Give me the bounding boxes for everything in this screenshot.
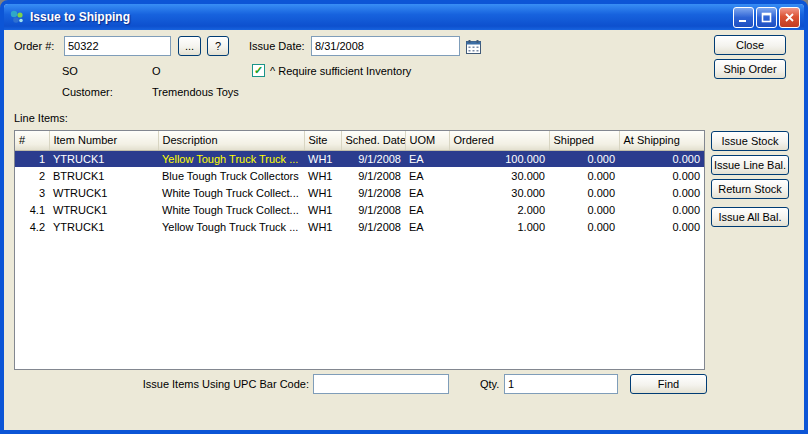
calendar-icon[interactable] [463,37,483,56]
table-row[interactable]: 4.2YTRUCK1Yellow Tough Truck Truck ...WH… [15,218,704,235]
column-header-ordered[interactable]: Ordered [449,131,549,150]
column-header-item[interactable]: Item Number [49,131,158,150]
require-inventory-checkbox[interactable]: ✓ [252,64,265,77]
cell-shipped: 0.000 [549,218,619,235]
order-type-label: SO [62,64,78,78]
cell-shipped: 0.000 [549,184,619,201]
cell-shipped: 0.000 [549,167,619,184]
cell-shipped: 0.000 [549,150,619,167]
cell-at_shipping: 0.000 [619,218,704,235]
issue-date-input[interactable] [311,36,460,56]
table-row[interactable]: 2BTRUCK1Blue Tough Truck CollectorsWH19/… [15,167,704,184]
order-number-input[interactable] [64,36,171,56]
cell-site: WH1 [304,201,341,218]
cell-uom: EA [405,218,449,235]
cell-item: BTRUCK1 [49,167,158,184]
cell-site: WH1 [304,218,341,235]
cell-date: 9/1/2008 [341,218,405,235]
window-title: Issue to Shipping [30,10,731,24]
find-button[interactable]: Find [630,374,707,394]
cell-uom: EA [405,150,449,167]
cell-at_shipping: 0.000 [619,167,704,184]
minimize-button[interactable] [733,7,754,28]
cell-at_shipping: 0.000 [619,150,704,167]
cell-uom: EA [405,201,449,218]
cell-ordered: 30.000 [449,184,549,201]
ship-order-button[interactable]: Ship Order [714,59,786,79]
line-items-label: Line Items: [14,111,68,125]
check-icon: ✓ [254,65,263,76]
qty-label: Qty. [480,377,499,391]
return-stock-button[interactable]: Return Stock [711,179,789,199]
cell-desc: White Tough Truck Collect... [158,201,304,218]
maximize-button[interactable] [756,7,777,28]
cell-site: WH1 [304,150,341,167]
cell-num: 3 [15,184,49,201]
cell-ordered: 30.000 [449,167,549,184]
order-number-label: Order #: [14,39,54,53]
column-header-shipped[interactable]: Shipped [549,131,619,150]
cell-date: 9/1/2008 [341,184,405,201]
table-row[interactable]: 1YTRUCK1Yellow Tough Truck Truck ...WH19… [15,150,704,167]
cell-at_shipping: 0.000 [619,201,704,218]
column-header-uom[interactable]: UOM [405,131,449,150]
dialog-window: Issue to Shipping Order #: ... ? Issue D… [0,0,808,434]
column-header-site[interactable]: Site [304,131,341,150]
cell-site: WH1 [304,184,341,201]
line-items-body: 1YTRUCK1Yellow Tough Truck Truck ...WH19… [15,150,704,235]
cell-uom: EA [405,167,449,184]
titlebar[interactable]: Issue to Shipping [4,4,804,30]
issue-date-label: Issue Date: [249,39,305,53]
cell-item: WTRUCK1 [49,201,158,218]
cell-desc: White Tough Truck Collect... [158,184,304,201]
cell-uom: EA [405,184,449,201]
qty-input[interactable] [504,374,618,394]
customer-label: Customer: [62,85,113,99]
cell-item: YTRUCK1 [49,218,158,235]
table-header-row: # Item Number Description Site Sched. Da… [15,131,704,150]
upc-barcode-label: Issue Items Using UPC Bar Code: [139,377,309,391]
column-header-description[interactable]: Description [158,131,304,150]
column-header-at-shipping[interactable]: At Shipping [619,131,704,150]
help-button[interactable]: ? [207,36,229,56]
cell-num: 4.1 [15,201,49,218]
order-lookup-button[interactable]: ... [178,36,201,56]
cell-at_shipping: 0.000 [619,184,704,201]
customer-value: Tremendous Toys [152,85,239,99]
cell-ordered: 1.000 [449,218,549,235]
upc-barcode-input[interactable] [313,374,449,394]
issue-all-balance-button[interactable]: Issue All Bal. [711,207,789,227]
column-header-num[interactable]: # [15,131,49,150]
issue-line-balance-button[interactable]: Issue Line Bal. [711,155,789,175]
line-items-table[interactable]: # Item Number Description Site Sched. Da… [14,130,705,370]
cell-date: 9/1/2008 [341,167,405,184]
cell-item: YTRUCK1 [49,150,158,167]
cell-desc: Yellow Tough Truck Truck ... [158,218,304,235]
require-inventory-label: ^ Require sufficient Inventory [270,64,411,78]
cell-desc: Yellow Tough Truck Truck ... [158,150,304,167]
column-header-sched-date[interactable]: Sched. Date [341,131,405,150]
cell-date: 9/1/2008 [341,150,405,167]
cell-shipped: 0.000 [549,201,619,218]
close-button[interactable]: Close [714,35,786,55]
dialog-client-area: Order #: ... ? Issue Date: Close Ship Or… [4,30,804,430]
cell-site: WH1 [304,167,341,184]
close-icon[interactable] [779,7,800,28]
cell-item: WTRUCK1 [49,184,158,201]
cell-date: 9/1/2008 [341,201,405,218]
app-icon [9,9,25,25]
issue-stock-button[interactable]: Issue Stock [711,131,789,151]
cell-ordered: 2.000 [449,201,549,218]
cell-num: 4.2 [15,218,49,235]
cell-num: 1 [15,150,49,167]
order-status-value: O [152,64,161,78]
table-row[interactable]: 4.1WTRUCK1White Tough Truck Collect...WH… [15,201,704,218]
cell-num: 2 [15,167,49,184]
cell-ordered: 100.000 [449,150,549,167]
cell-desc: Blue Tough Truck Collectors [158,167,304,184]
table-row[interactable]: 3WTRUCK1White Tough Truck Collect...WH19… [15,184,704,201]
